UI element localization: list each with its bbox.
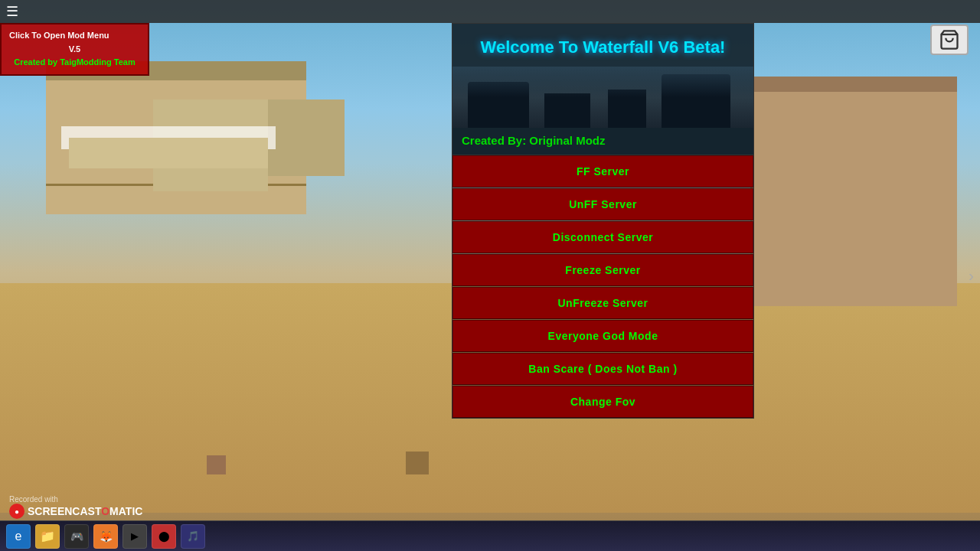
freeze-server-button[interactable]: Freeze Server xyxy=(452,254,753,286)
right-wall-top xyxy=(750,77,957,92)
taskbar: e 📁 🎮 🦊 ▶ ⬤ 🎵 xyxy=(0,520,980,551)
ie-icon: e xyxy=(15,530,22,543)
change-fov-button[interactable]: Change Fov xyxy=(452,386,753,418)
folder-icon: 📁 xyxy=(40,529,55,543)
ff-server-button[interactable]: FF Server xyxy=(452,155,753,187)
block2 xyxy=(406,452,429,474)
brand-name: SCREENCASTOMATIC xyxy=(28,505,142,517)
cart-button[interactable] xyxy=(930,24,969,55)
taskbar-icon-folder[interactable]: 📁 xyxy=(35,524,60,549)
browser-icon: 🦊 xyxy=(100,530,113,543)
welcome-title: Welcome To Waterfall V6 Beta! xyxy=(452,24,753,67)
disconnect-server-button[interactable]: Disconnect Server xyxy=(452,221,753,253)
menu-hamburger-icon[interactable]: ☰ xyxy=(6,3,18,20)
taskbar-icon-ie[interactable]: e xyxy=(6,524,31,549)
game1-icon: 🎮 xyxy=(70,530,83,543)
mod-menu-line3: Created by TaigModding Team xyxy=(9,56,140,70)
everyone-god-mode-button[interactable]: Everyone God Mode xyxy=(452,320,753,352)
app2-icon: ⬤ xyxy=(158,530,170,542)
unff-server-button[interactable]: UnFF Server xyxy=(452,188,753,220)
mod-menu-panel: Welcome To Waterfall V6 Beta! Created By… xyxy=(452,23,754,419)
taskbar-icon-app1[interactable]: ▶ xyxy=(122,524,147,549)
created-by-text: Created By: Original Modz xyxy=(452,128,753,155)
mod-menu-line2: V.5 xyxy=(9,43,140,57)
under-structure xyxy=(69,138,268,168)
taskbar-icon-app3[interactable]: 🎵 xyxy=(181,524,205,549)
recorded-with-text: Recorded with xyxy=(9,495,142,504)
screencast-watermark: Recorded with ● SCREENCASTOMATIC xyxy=(9,495,142,519)
unfreeze-server-button[interactable]: UnFreeze Server xyxy=(452,287,753,319)
taskbar-icon-game1[interactable]: 🎮 xyxy=(64,524,89,549)
buttons-container: FF Server UnFF Server Disconnect Server … xyxy=(452,155,754,419)
taskbar-icon-browser[interactable]: 🦊 xyxy=(93,524,118,549)
app1-icon: ▶ xyxy=(131,530,139,542)
cart-icon xyxy=(939,29,960,51)
brand-circle-icon: ● xyxy=(9,504,24,519)
app3-icon: 🎵 xyxy=(187,530,199,542)
mod-menu-info-panel: Click To Open Mod Menu V.5 Created by Ta… xyxy=(0,23,149,76)
top-bar: ☰ xyxy=(0,0,980,23)
sky-gradient xyxy=(452,67,753,97)
bg-building2 xyxy=(268,99,345,176)
right-wall xyxy=(750,77,957,306)
mod-menu-line1: Click To Open Mod Menu xyxy=(9,29,140,43)
silhouette2 xyxy=(544,93,590,128)
taskbar-icon-app2[interactable]: ⬤ xyxy=(152,524,176,549)
block1 xyxy=(207,455,226,474)
scroll-right-indicator: › xyxy=(969,267,974,285)
ban-scare-button[interactable]: Ban Scare ( Does Not Ban ) xyxy=(452,353,753,385)
brand-logo: ● SCREENCASTOMATIC xyxy=(9,504,142,519)
panel-header: Welcome To Waterfall V6 Beta! Created By… xyxy=(452,23,754,155)
header-image xyxy=(452,67,753,128)
